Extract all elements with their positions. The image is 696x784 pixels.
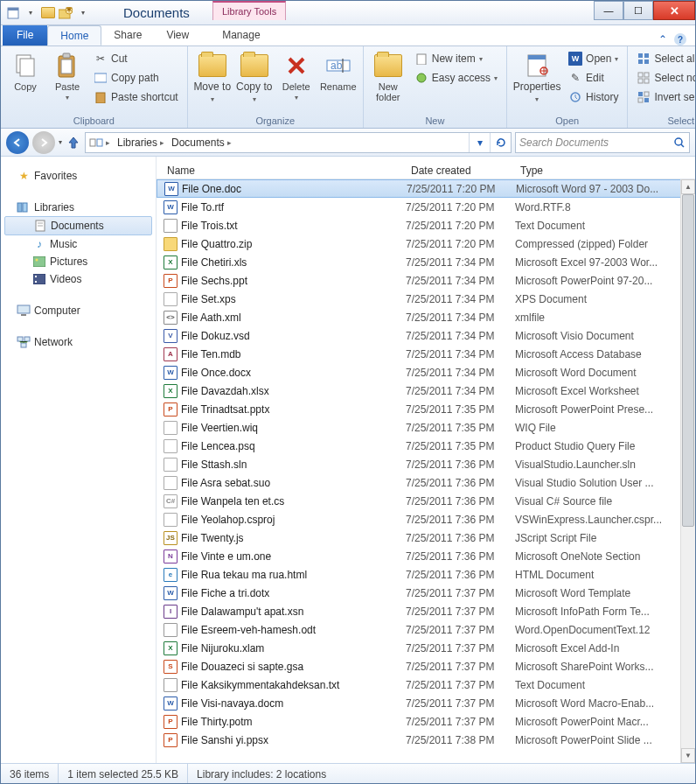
properties-button[interactable]: Properties▾: [512, 48, 561, 104]
col-name[interactable]: Name: [157, 164, 406, 177]
invert-selection-button[interactable]: Invert selection: [633, 88, 696, 106]
file-row[interactable]: NFile Vinte e um.one7/25/2011 7:36 PMMic…: [157, 547, 695, 565]
tree-libraries[interactable]: Libraries: [1, 199, 156, 216]
file-row[interactable]: XFile Davazdah.xlsx7/25/2011 7:34 PMMicr…: [157, 382, 695, 400]
copy-button[interactable]: Copy: [6, 48, 45, 92]
file-name: File Rua tekau ma rua.html: [181, 569, 307, 581]
file-row[interactable]: WFile To.rtf7/25/2011 7:20 PMWord.RTF.8: [157, 198, 695, 216]
addr-libraries[interactable]: Libraries▸: [114, 133, 168, 152]
file-row[interactable]: File Sttash.sln7/25/2011 7:36 PMVisualSt…: [157, 455, 695, 473]
new-item-button[interactable]: New item ▾: [411, 50, 501, 67]
file-row[interactable]: WFile Visi-navaya.docm7/25/2011 7:37 PMM…: [157, 694, 695, 712]
home-tab[interactable]: Home: [47, 25, 101, 46]
history-dropdown-icon[interactable]: ▾: [59, 138, 62, 146]
copy-to-button[interactable]: Copy to ▾: [235, 48, 274, 104]
file-row[interactable]: eFile Rua tekau ma rua.html7/25/2011 7:3…: [157, 565, 695, 584]
minimize-button[interactable]: —: [594, 1, 623, 20]
file-row[interactable]: PFile Sechs.ppt7/25/2011 7:34 PMMicrosof…: [157, 271, 695, 290]
share-tab[interactable]: Share: [101, 25, 154, 46]
open-group-label: Open: [512, 116, 622, 128]
addr-root-icon[interactable]: ▸: [86, 133, 114, 152]
move-to-button[interactable]: Move to ▾: [193, 48, 232, 104]
file-row[interactable]: WFile Once.docx7/25/2011 7:34 PMMicrosof…: [157, 363, 695, 382]
paste-button[interactable]: Paste ▾: [48, 48, 87, 102]
addr-dropdown-icon[interactable]: ▾: [469, 133, 490, 152]
file-row[interactable]: File Kaksikymmentakahdeksan.txt7/25/2011…: [157, 676, 695, 694]
rename-button[interactable]: abRename: [319, 48, 358, 92]
help-icon[interactable]: ?: [674, 33, 686, 46]
file-row[interactable]: VFile Dokuz.vsd7/25/2011 7:34 PMMicrosof…: [157, 326, 695, 345]
search-icon[interactable]: [673, 136, 686, 149]
tree-favorites[interactable]: ★Favorites: [1, 167, 156, 185]
file-row[interactable]: File Esreem-veh-hamesh.odt7/25/2011 7:37…: [157, 620, 695, 639]
file-row[interactable]: File Yeolahop.csproj7/25/2011 7:36 PMVSW…: [157, 510, 695, 528]
select-all-button[interactable]: Select all: [633, 50, 696, 67]
search-input[interactable]: Search Documents: [515, 132, 690, 153]
file-row[interactable]: WFile Fiche a tri.dotx7/25/2011 7:37 PMM…: [157, 584, 695, 602]
maximize-button[interactable]: ☐: [623, 1, 653, 20]
file-row[interactable]: PFile Thirty.potm7/25/2011 7:37 PMMicros…: [157, 712, 695, 731]
file-row[interactable]: File Asra sebat.suo7/25/2011 7:36 PMVisu…: [157, 473, 695, 492]
file-row[interactable]: IFile Dalawampu't apat.xsn7/25/2011 7:37…: [157, 602, 695, 620]
file-tab[interactable]: File: [3, 25, 47, 46]
close-button[interactable]: ✕: [653, 1, 695, 20]
open-button[interactable]: WOpen ▾: [565, 50, 622, 67]
edit-button[interactable]: ✎Edit: [565, 69, 622, 87]
file-row[interactable]: SFile Douazeci si sapte.gsa7/25/2011 7:3…: [157, 657, 695, 676]
file-row[interactable]: WFile One.doc7/25/2011 7:20 PMMicrosoft …: [157, 179, 695, 198]
col-date[interactable]: Date created: [406, 164, 515, 177]
tree-pictures[interactable]: Pictures: [1, 253, 156, 270]
addr-documents[interactable]: Documents▸: [168, 133, 235, 152]
back-button[interactable]: [6, 131, 29, 154]
svg-rect-30: [644, 92, 649, 96]
select-none-button[interactable]: Select none: [633, 69, 696, 87]
file-row[interactable]: XFile Nijuroku.xlam7/25/2011 7:37 PMMicr…: [157, 639, 695, 657]
copy-path-button[interactable]: Copy path: [90, 69, 182, 87]
file-row[interactable]: XFile Chetiri.xls7/25/2011 7:34 PMMicros…: [157, 253, 695, 271]
scroll-down-button[interactable]: ▼: [681, 748, 695, 763]
new-folder-button[interactable]: New folder: [369, 48, 407, 102]
file-row[interactable]: C#File Wanpela ten et.cs7/25/2011 7:36 P…: [157, 492, 695, 510]
manage-tab[interactable]: Manage: [210, 25, 272, 46]
file-row[interactable]: JSFile Twenty.js7/25/2011 7:36 PMJScript…: [157, 528, 695, 547]
forward-button[interactable]: [32, 131, 55, 154]
file-row[interactable]: File Trois.txt7/25/2011 7:20 PMText Docu…: [157, 216, 695, 234]
qat-properties-icon[interactable]: [6, 6, 20, 20]
qat-dropdown2-icon[interactable]: ▾: [76, 6, 90, 20]
scrollbar[interactable]: ▲ ▼: [680, 179, 695, 763]
file-row[interactable]: PFile Sanshi yi.ppsx7/25/2011 7:38 PMMic…: [157, 731, 695, 749]
tree-computer[interactable]: Computer: [1, 302, 156, 319]
tree-documents[interactable]: Documents: [4, 216, 152, 235]
qat-open-icon[interactable]: [41, 6, 55, 20]
file-row[interactable]: File Quattro.zip7/25/2011 7:20 PMCompres…: [157, 234, 695, 253]
up-button[interactable]: [66, 133, 81, 152]
file-row[interactable]: File Veertien.wiq7/25/2011 7:35 PMWIQ Fi…: [157, 418, 695, 437]
col-type[interactable]: Type: [515, 164, 695, 177]
file-row[interactable]: PFile Trinadtsat.pptx7/25/2011 7:35 PMMi…: [157, 400, 695, 418]
minimize-ribbon-icon[interactable]: ⌃: [658, 33, 667, 46]
tree-videos[interactable]: Videos: [1, 270, 156, 288]
file-icon: P: [164, 274, 177, 288]
file-row[interactable]: File Set.xps7/25/2011 7:34 PMXPS Documen…: [157, 290, 695, 308]
file-row[interactable]: File Lencea.psq7/25/2011 7:35 PMProduct …: [157, 437, 695, 455]
qat-dropdown-icon[interactable]: ▾: [24, 6, 38, 20]
tree-network[interactable]: Network: [1, 333, 156, 351]
scroll-thumb[interactable]: [682, 194, 694, 527]
file-row[interactable]: <>File Aath.xml7/25/2011 7:34 PMxmlfile: [157, 308, 695, 326]
refresh-button[interactable]: [490, 133, 511, 152]
library-tools-tab[interactable]: Library Tools: [212, 1, 286, 20]
file-type: xmlfile: [515, 312, 695, 324]
scroll-up-button[interactable]: ▲: [681, 179, 695, 194]
view-tab[interactable]: View: [154, 25, 201, 46]
easy-access-button[interactable]: Easy access ▾: [411, 69, 501, 87]
address-bar[interactable]: ▸ Libraries▸ Documents▸ ▾: [85, 132, 512, 153]
cut-button[interactable]: ✂Cut: [90, 50, 182, 67]
file-list[interactable]: WFile One.doc7/25/2011 7:20 PMMicrosoft …: [157, 179, 695, 763]
history-button[interactable]: History: [565, 88, 622, 106]
qat-newfolder-icon[interactable]: ✶: [59, 6, 73, 20]
tree-music[interactable]: ♪Music: [1, 235, 156, 253]
delete-button[interactable]: Delete▾: [277, 48, 316, 102]
file-row[interactable]: AFile Ten.mdb7/25/2011 7:34 PMMicrosoft …: [157, 345, 695, 363]
file-type: JScript Script File: [515, 532, 695, 544]
paste-shortcut-button[interactable]: Paste shortcut: [90, 88, 182, 106]
